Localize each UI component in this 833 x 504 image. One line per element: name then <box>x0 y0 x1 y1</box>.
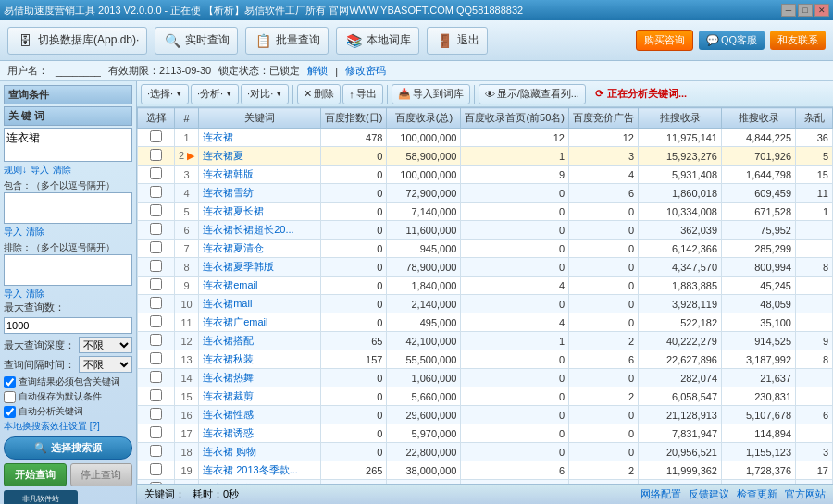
table-row[interactable]: 3 连衣裙韩版 0 100,000,000 9 4 5,931,408 1,64… <box>138 166 833 184</box>
import-dict-button[interactable]: 📥 导入到词库 <box>392 84 470 104</box>
interval-select[interactable]: 不限 <box>79 356 132 373</box>
max-depth-select[interactable]: 不限 <box>79 337 132 353</box>
row-checkbox[interactable] <box>150 297 162 309</box>
table-row[interactable]: 5 连衣裙夏长裙 0 7,140,000 0 0 10,334,008 671,… <box>138 203 833 221</box>
row-checkbox[interactable] <box>150 334 162 346</box>
unlock-link[interactable]: 解锁 <box>307 64 328 78</box>
row-keyword[interactable]: 连衣裙 购物 <box>199 443 321 461</box>
row-checkbox-cell[interactable] <box>138 387 175 406</box>
checkbox1[interactable] <box>4 376 16 388</box>
stop-query-button[interactable]: 停止查询 <box>70 463 133 486</box>
clear-link[interactable]: 清除 <box>53 164 71 177</box>
row-checkbox-cell[interactable] <box>138 461 175 480</box>
delete-button[interactable]: ✕ 删除 <box>297 84 341 104</box>
row-checkbox[interactable] <box>150 149 162 161</box>
row-keyword[interactable]: 连衣裙email <box>199 277 321 295</box>
row-keyword[interactable]: 连衣裙广email <box>199 313 321 332</box>
row-keyword[interactable]: 连衣裙夏清仓 <box>199 240 321 258</box>
row-keyword[interactable]: 连衣裙夏 <box>199 147 321 166</box>
batch-query-button[interactable]: 📋 批量查询 <box>245 27 329 55</box>
row-keyword[interactable]: 连衣裙诱惑 <box>199 424 321 443</box>
analyze-button[interactable]: ·分析· ▼ <box>191 84 239 104</box>
row-checkbox-cell[interactable] <box>138 166 175 184</box>
row-keyword[interactable]: 连衣裙韩版 <box>199 166 321 184</box>
export-button[interactable]: ↑ 导出 <box>342 84 383 104</box>
row-checkbox[interactable] <box>150 445 162 457</box>
table-row[interactable]: 11 连衣裙广email 0 495,000 4 0 522,182 35,10… <box>138 313 833 332</box>
table-row[interactable]: 2 ▶ 连衣裙夏 0 58,900,000 1 3 15,923,276 701… <box>138 147 833 166</box>
table-row[interactable]: 9 连衣裙email 0 1,840,000 4 0 1,883,885 45,… <box>138 277 833 295</box>
exit-button[interactable]: 🚪 退出 <box>427 27 488 55</box>
check-update-link[interactable]: 检查更新 <box>737 487 777 501</box>
settings-link[interactable]: 本地换搜索效往设置 [?] <box>4 420 132 433</box>
realtime-query-button[interactable]: 🔍 实时查询 <box>155 27 238 55</box>
checkbox2[interactable] <box>4 391 16 403</box>
table-row[interactable]: 18 连衣裙 购物 0 22,800,000 0 0 20,956,521 1,… <box>138 443 833 461</box>
official-site-link[interactable]: 官方网站 <box>785 487 826 501</box>
row-checkbox[interactable] <box>150 204 162 216</box>
source-button[interactable]: 🔍 选择搜索源 <box>4 436 132 460</box>
row-checkbox[interactable] <box>150 389 162 401</box>
row-checkbox[interactable] <box>150 426 162 438</box>
row-keyword[interactable]: 连衣裙夏长裙 <box>199 203 321 221</box>
table-row[interactable]: 19 连衣裙 2013冬季款... 265 38,000,000 6 2 11,… <box>138 461 833 480</box>
row-checkbox[interactable] <box>150 223 162 235</box>
select-button[interactable]: ·选择· ▼ <box>141 84 189 104</box>
row-checkbox-cell[interactable] <box>138 406 175 424</box>
row-keyword[interactable]: 连衣裙性感 <box>199 406 321 424</box>
minimize-btn[interactable]: ─ <box>781 4 796 17</box>
split-link[interactable]: 规则↓ <box>4 164 27 177</box>
table-row[interactable]: 1 连衣裙 478 100,000,000 12 12 11,975,141 4… <box>138 129 833 147</box>
row-keyword[interactable]: 连衣裙夏季韩版 <box>199 258 321 277</box>
exclude-clear-link[interactable]: 清除 <box>26 288 44 301</box>
network-config-link[interactable]: 网络配置 <box>640 487 681 501</box>
row-keyword[interactable]: 连衣裙 <box>199 129 321 147</box>
include-input[interactable] <box>6 195 130 218</box>
row-keyword[interactable]: 连衣裙长裙超长20... <box>199 221 321 240</box>
compare-button[interactable]: ·对比· ▼ <box>241 84 289 104</box>
include-import-link[interactable]: 导入 <box>4 226 22 239</box>
table-row[interactable]: 7 连衣裙夏清仓 0 945,000 0 0 6,142,366 285,299 <box>138 240 833 258</box>
exclude-input[interactable] <box>6 257 130 280</box>
close-btn[interactable]: ✕ <box>814 4 829 17</box>
checkbox3[interactable] <box>4 406 16 418</box>
row-keyword[interactable]: 连衣裙热舞 <box>199 369 321 387</box>
row-keyword[interactable]: 连衣裙裁剪 <box>199 387 321 406</box>
row-checkbox[interactable] <box>150 315 162 327</box>
row-checkbox[interactable] <box>150 371 162 383</box>
include-area[interactable] <box>4 192 132 224</box>
max-count-input[interactable] <box>4 317 132 334</box>
friend-button[interactable]: 和友联系 <box>770 31 826 50</box>
feedback-link[interactable]: 反馈建议 <box>689 487 729 501</box>
row-checkbox-cell[interactable] <box>138 332 175 350</box>
switch-db-button[interactable]: 🗄 切换数据库(App.db)· <box>7 27 147 55</box>
qq-button[interactable]: 💬 QQ客服 <box>699 31 765 50</box>
row-checkbox-cell[interactable] <box>138 240 175 258</box>
row-checkbox-cell[interactable] <box>138 350 175 369</box>
row-keyword[interactable]: 连衣裙 2013冬季款... <box>199 461 321 480</box>
exclude-import-link[interactable]: 导入 <box>4 288 22 301</box>
row-checkbox-cell[interactable] <box>138 277 175 295</box>
row-checkbox-cell[interactable] <box>138 424 175 443</box>
row-checkbox-cell[interactable] <box>138 369 175 387</box>
row-keyword[interactable]: 连衣裙雪纺 <box>199 184 321 203</box>
show-cols-button[interactable]: 👁 显示/隐藏查看列... <box>479 84 586 104</box>
row-checkbox[interactable] <box>150 167 162 179</box>
table-row[interactable]: 17 连衣裙诱惑 0 5,970,000 0 0 7,831,947 114,8… <box>138 424 833 443</box>
row-checkbox-cell[interactable] <box>138 258 175 277</box>
row-checkbox[interactable] <box>150 186 162 198</box>
row-checkbox[interactable] <box>150 463 162 475</box>
table-row[interactable]: 14 连衣裙热舞 0 1,060,000 0 0 282,074 21,637 <box>138 369 833 387</box>
include-clear-link[interactable]: 清除 <box>26 226 44 239</box>
row-keyword[interactable]: 连衣裙秋装 <box>199 350 321 369</box>
row-keyword[interactable]: 连衣裙搭配 <box>199 332 321 350</box>
table-row[interactable]: 6 连衣裙长裙超长20... 0 11,600,000 0 0 362,039 … <box>138 221 833 240</box>
table-row[interactable]: 8 连衣裙夏季韩版 0 78,900,000 0 0 4,347,570 800… <box>138 258 833 277</box>
row-checkbox-cell[interactable] <box>138 184 175 203</box>
start-query-button[interactable]: 开始查询 <box>4 463 67 486</box>
table-row[interactable]: 13 连衣裙秋装 157 55,500,000 0 6 22,627,896 3… <box>138 350 833 369</box>
table-container[interactable]: 选择 # 关键词 百度指数(日) 百度收录(总) 百度收录首页(前50名) 百度… <box>137 107 833 484</box>
change-password-link[interactable]: 修改密码 <box>345 64 386 78</box>
row-checkbox-cell[interactable] <box>138 295 175 313</box>
maximize-btn[interactable]: □ <box>798 4 813 17</box>
